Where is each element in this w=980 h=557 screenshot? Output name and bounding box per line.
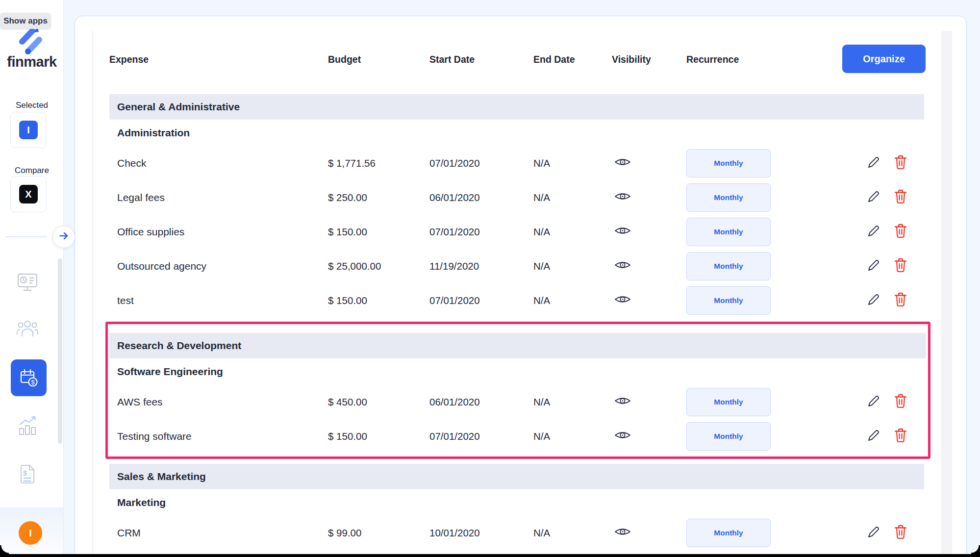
delete-button[interactable]	[894, 154, 907, 173]
section-content: Software Engineering AWS fees $ 450.00 0…	[109, 358, 926, 454]
sidebar-item-team[interactable]	[0, 319, 55, 341]
recurrence-button[interactable]: Monthly	[686, 422, 771, 451]
visibility-toggle[interactable]	[613, 259, 632, 274]
table-scrollbar-track[interactable]	[941, 31, 952, 557]
sidebar-expand-button[interactable]	[52, 226, 75, 248]
delete-button[interactable]	[894, 292, 907, 310]
compare-scenario-card[interactable]: X	[10, 176, 47, 212]
edit-pencil-icon	[866, 399, 881, 410]
budget-value: $ 150.00	[328, 430, 367, 442]
section-title: Sales & Marketing	[117, 471, 206, 482]
organize-button[interactable]: Organize	[842, 45, 926, 73]
edit-button[interactable]	[866, 525, 881, 542]
budget-value: $ 150.00	[328, 295, 367, 306]
sidebar: finmark Selected I Compare X	[0, 0, 64, 554]
end-date-value: N/A	[533, 396, 550, 408]
delete-trash-icon	[894, 531, 907, 542]
sidebar-item-dashboard[interactable]	[0, 272, 55, 295]
expense-name: Testing software	[117, 430, 192, 442]
expense-name: Office supplies	[117, 226, 184, 238]
sidebar-divider	[6, 236, 47, 237]
budget-value: $ 25,000.00	[328, 260, 381, 272]
delete-button[interactable]	[894, 223, 907, 241]
visibility-toggle[interactable]	[613, 225, 632, 239]
sidebar-item-charts[interactable]	[0, 415, 55, 438]
edit-pencil-icon	[866, 530, 881, 541]
end-date-value: N/A	[533, 226, 550, 238]
visibility-toggle[interactable]	[613, 430, 632, 444]
section: Research & Development Software Engineer…	[105, 322, 930, 459]
start-date-value: 06/01/2020	[429, 192, 480, 203]
content-edge-line	[92, 31, 93, 557]
svg-text:$: $	[23, 469, 27, 477]
edit-button[interactable]	[866, 394, 881, 411]
compare-scenario-badge: X	[19, 185, 38, 203]
selected-scenario-card[interactable]: I	[10, 112, 47, 148]
recurrence-button[interactable]: Monthly	[686, 388, 771, 416]
selected-scenario-badge: I	[19, 121, 38, 139]
subsection-title: Marketing	[109, 489, 924, 516]
charts-bar-trend-icon	[16, 415, 39, 438]
sidebar-item-invoices[interactable]: $	[0, 463, 55, 487]
show-apps-tooltip: Show apps	[0, 13, 51, 29]
edit-button[interactable]	[866, 155, 881, 172]
edit-button[interactable]	[866, 428, 881, 445]
sidebar-item-expenses-active[interactable]: $	[11, 359, 47, 396]
visibility-toggle[interactable]	[613, 395, 632, 409]
recurrence-button[interactable]: Monthly	[686, 286, 771, 315]
expense-name: Legal fees	[117, 192, 165, 203]
budget-value: $ 250.00	[328, 192, 367, 203]
edit-button[interactable]	[866, 224, 881, 241]
recurrence-button[interactable]: Monthly	[686, 149, 771, 177]
edit-pencil-icon	[866, 298, 881, 309]
table-row: Office supplies $ 150.00 07/01/2020 N/A …	[109, 215, 924, 249]
recurrence-button[interactable]: Monthly	[686, 252, 771, 280]
delete-button[interactable]	[894, 524, 907, 542]
visibility-toggle[interactable]	[613, 294, 632, 308]
delete-button[interactable]	[894, 257, 907, 276]
edit-pencil-icon	[866, 263, 881, 275]
delete-trash-icon	[894, 195, 907, 206]
start-date-value: 07/01/2020	[429, 295, 480, 306]
edit-button[interactable]	[866, 189, 881, 206]
end-date-value: N/A	[533, 260, 550, 272]
sidebar-user-section: I	[0, 507, 63, 554]
section: Sales & Marketing Marketing CRM $ 99.00 …	[109, 464, 924, 550]
start-date-value: 07/01/2020	[429, 226, 480, 238]
visibility-toggle[interactable]	[613, 191, 632, 205]
edit-button[interactable]	[866, 258, 881, 275]
table-header-row: Expense Budget Start Date End Date Visib…	[109, 45, 924, 74]
svg-text:$: $	[31, 378, 35, 385]
end-date-value: N/A	[533, 527, 550, 539]
section-title: Research & Development	[117, 340, 241, 352]
end-date-value: N/A	[533, 295, 550, 306]
delete-trash-icon	[894, 229, 907, 241]
recurrence-button[interactable]: Monthly	[686, 519, 771, 547]
eye-icon	[614, 430, 631, 444]
delete-button[interactable]	[894, 428, 907, 446]
edit-button[interactable]	[866, 292, 881, 309]
start-date-value: 07/01/2020	[429, 157, 480, 169]
user-avatar[interactable]: I	[19, 521, 42, 545]
visibility-toggle[interactable]	[613, 526, 632, 540]
selected-label: Selected	[0, 101, 64, 110]
section-band: General & Administrative	[109, 94, 924, 120]
sidebar-scrollbar-thumb[interactable]	[58, 258, 62, 444]
visibility-toggle[interactable]	[613, 156, 632, 171]
finmark-logo-icon	[15, 25, 43, 57]
window-corner-bottom-right	[971, 545, 980, 554]
column-header-recurrence: Recurrence	[686, 54, 739, 65]
invoices-document-dollar-icon: $	[18, 463, 37, 487]
delete-button[interactable]	[894, 189, 907, 207]
column-header-start-date: Start Date	[429, 54, 475, 65]
recurrence-button[interactable]: Monthly	[686, 218, 771, 246]
eye-icon	[614, 294, 631, 308]
subsection-title: Administration	[109, 120, 924, 146]
end-date-value: N/A	[533, 157, 550, 169]
recurrence-button[interactable]: Monthly	[686, 183, 771, 212]
expense-name: AWS fees	[117, 396, 163, 408]
delete-button[interactable]	[894, 393, 907, 411]
table-row: Outsourced agency $ 25,000.00 11/19/2020…	[109, 249, 924, 283]
delete-trash-icon	[894, 400, 907, 411]
start-date-value: 11/19/2020	[429, 260, 479, 272]
